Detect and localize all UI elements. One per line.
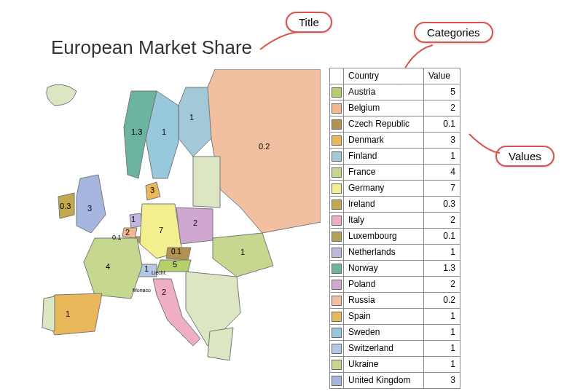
value-cell: 2 [424,100,460,116]
table-row: Switzerland1 [330,341,460,357]
swatch-icon [332,328,342,338]
swatch-cell [330,100,344,116]
swatch-icon [332,119,342,130]
country-greece [208,328,233,360]
table-row: Norway1.3 [330,261,460,277]
country-iceland [47,84,77,106]
value-cell: 3 [424,133,460,149]
country-cell: Denmark [344,133,424,149]
swatch-icon [332,280,342,290]
value-cell: 1 [424,245,460,261]
table-header-country: Country [344,68,424,84]
country-uk [77,175,106,233]
swatch-icon [332,264,342,274]
value-cell: 4 [424,165,460,181]
swatch-cell [330,197,344,213]
swatch-cell [330,165,344,181]
callout-title-tail [259,31,302,52]
swatch-icon [332,376,342,386]
value-cell: 0.2 [424,293,460,309]
country-cell: Luxembourg [344,229,424,245]
country-cell: Ukraine [344,357,424,373]
table-row: Ukraine1 [330,357,460,373]
swatch-cell [330,229,344,245]
swatch-cell [330,149,344,165]
swatch-cell [330,341,344,357]
table-row: Austria5 [330,84,460,100]
callout-title: Title [286,12,332,33]
swatch-cell [330,357,344,373]
swatch-icon [332,312,342,322]
swatch-cell [330,277,344,293]
country-cell: Spain [344,309,424,325]
swatch-icon [332,360,342,370]
country-cell: Norway [344,261,424,277]
callout-values: Values [495,146,554,167]
table-row: Sweden1 [330,325,460,341]
country-finland [179,87,211,157]
country-czech [166,248,191,260]
table-row: Ireland0.3 [330,197,460,213]
callout-categories: Categories [414,22,493,43]
swatch-icon [332,216,342,226]
table-row: United Kingdom3 [330,373,460,389]
swatch-cell [330,373,344,389]
swatch-icon [332,183,342,194]
country-ireland [58,193,74,218]
swatch-icon [332,87,342,98]
swatch-icon [332,135,342,146]
table-row: Belgium2 [330,100,460,116]
value-cell: 7 [424,181,460,197]
swatch-cell [330,133,344,149]
country-portugal [42,296,55,331]
country-cell: Italy [344,213,424,229]
country-poland [176,208,213,244]
table-header-value: Value [424,68,460,84]
country-cell: Poland [344,277,424,293]
swatch-cell [330,325,344,341]
country-cell: Russia [344,293,424,309]
swatch-icon [332,200,342,210]
country-cell: Netherlands [344,245,424,261]
callout-values-tail [466,131,503,160]
value-cell: 1 [424,309,460,325]
country-france [84,238,142,299]
table-row: Spain1 [330,309,460,325]
value-cell: 3 [424,373,460,389]
swatch-cell [330,213,344,229]
table-row: Italy2 [330,213,460,229]
swatch-cell [330,309,344,325]
value-cell: 0.3 [424,197,460,213]
value-cell: 5 [424,84,460,100]
swatch-icon [332,103,342,114]
swatch-icon [332,151,342,162]
value-cell: 0.1 [424,116,460,133]
value-cell: 0.1 [424,229,460,245]
legend-table: Country Value Austria5Belgium2Czech Repu… [329,68,460,389]
page-title: European Market Share [51,36,252,59]
table-row: Finland1 [330,149,460,165]
value-cell: 2 [424,213,460,229]
swatch-icon [332,344,342,354]
swatch-cell [330,293,344,309]
table-row: Denmark3 [330,133,460,149]
swatch-icon [332,167,342,178]
country-denmark [146,182,160,200]
table-row: France4 [330,165,460,181]
table-row: Germany7 [330,181,460,197]
country-ukraine [213,233,273,277]
europe-map: 0.2 1 1 1.3 0.3 3 3 1 2 0.1 7 2 0.1 5 1 … [22,69,321,375]
swatch-icon [332,232,342,242]
country-cell: Germany [344,181,424,197]
country-cell: Sweden [344,325,424,341]
swatch-cell [330,181,344,197]
swatch-cell [330,116,344,133]
country-cell: France [344,165,424,181]
country-netherlands [130,213,142,228]
table-row: Poland2 [330,277,460,293]
country-austria [157,260,191,272]
swatch-cell [330,84,344,100]
value-cell: 1 [424,357,460,373]
table-row: Russia0.2 [330,293,460,309]
table-row: Netherlands1 [330,245,460,261]
